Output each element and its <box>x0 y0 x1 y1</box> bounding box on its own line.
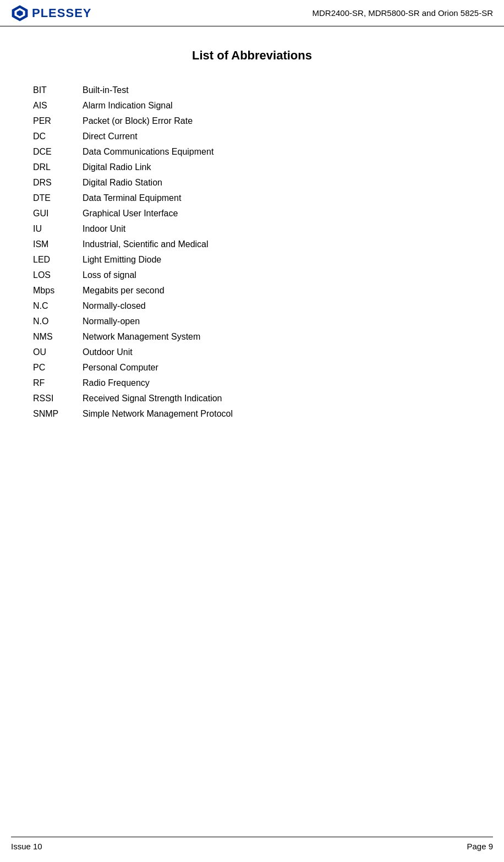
abbrev-row: OUOutdoor Unit <box>33 345 471 360</box>
abbrev-code: N.C <box>33 301 83 311</box>
abbrev-code: DTE <box>33 193 83 203</box>
abbrev-row: DTEData Terminal Equipment <box>33 190 471 206</box>
abbrev-code: DRS <box>33 178 83 188</box>
abbrev-row: RSSIReceived Signal Strength Indication <box>33 391 471 406</box>
abbrev-definition: Personal Computer <box>83 363 158 373</box>
abbrev-definition: Received Signal Strength Indication <box>83 394 222 403</box>
abbrev-row: N.CNormally-closed <box>33 298 471 314</box>
abbrev-row: SNMPSimple Network Management Protocol <box>33 406 471 422</box>
abbrev-definition: Data Terminal Equipment <box>83 193 181 203</box>
abbrev-definition: Graphical User Interface <box>83 209 178 219</box>
abbrev-code: RSSI <box>33 394 83 403</box>
abbrev-code: NMS <box>33 332 83 342</box>
abbreviations-list: BITBuilt-in-TestAISAlarm Indication Sign… <box>33 83 471 422</box>
abbrev-row: N.ONormally-open <box>33 314 471 329</box>
abbrev-definition: Radio Frequency <box>83 378 150 388</box>
abbrev-code: OU <box>33 347 83 357</box>
abbrev-row: IUIndoor Unit <box>33 221 471 237</box>
abbrev-definition: Digital Radio Link <box>83 162 151 172</box>
abbrev-definition: Packet (or Block) Error Rate <box>83 116 193 126</box>
abbrev-row: MbpsMegabits per second <box>33 283 471 298</box>
abbrev-code: Mbps <box>33 286 83 296</box>
abbrev-code: DC <box>33 132 83 141</box>
abbrev-code: BIT <box>33 85 83 95</box>
abbrev-row: ISMIndustrial, Scientific and Medical <box>33 237 471 252</box>
logo-container: PLESSEY <box>11 4 91 22</box>
abbrev-row: LOSLoss of signal <box>33 268 471 283</box>
abbrev-definition: Indoor Unit <box>83 224 125 234</box>
abbrev-row: PCPersonal Computer <box>33 360 471 375</box>
abbrev-definition: Network Management System <box>83 332 200 342</box>
abbrev-code: ISM <box>33 239 83 249</box>
abbrev-row: LEDLight Emitting Diode <box>33 252 471 268</box>
abbrev-row: PERPacket (or Block) Error Rate <box>33 113 471 129</box>
abbrev-definition: Digital Radio Station <box>83 178 162 188</box>
abbrev-definition: Simple Network Management Protocol <box>83 409 233 419</box>
abbrev-row: DCDirect Current <box>33 129 471 144</box>
footer-page: Page 9 <box>467 842 493 851</box>
page-footer: Issue 10 Page 9 <box>11 837 493 851</box>
abbrev-code: PER <box>33 116 83 126</box>
plessey-logo-icon <box>11 4 29 22</box>
abbrev-code: LOS <box>33 270 83 280</box>
abbrev-code: RF <box>33 378 83 388</box>
page-title: List of Abbreviations <box>33 48 471 63</box>
logo-text: PLESSEY <box>32 6 91 20</box>
footer-issue: Issue 10 <box>11 842 42 851</box>
abbrev-code: PC <box>33 363 83 373</box>
abbrev-row: AISAlarm Indication Signal <box>33 98 471 113</box>
abbrev-definition: Alarm Indication Signal <box>83 101 173 111</box>
abbrev-code: AIS <box>33 101 83 111</box>
abbrev-row: BITBuilt-in-Test <box>33 83 471 98</box>
abbrev-definition: Industrial, Scientific and Medical <box>83 239 209 249</box>
abbrev-code: DCE <box>33 147 83 157</box>
abbrev-definition: Loss of signal <box>83 270 136 280</box>
header-title: MDR2400-SR, MDR5800-SR and Orion 5825-SR <box>313 8 493 18</box>
abbrev-row: GUIGraphical User Interface <box>33 206 471 221</box>
abbrev-code: SNMP <box>33 409 83 419</box>
abbrev-row: DRLDigital Radio Link <box>33 160 471 175</box>
abbrev-definition: Normally-open <box>83 317 140 326</box>
abbrev-definition: Megabits per second <box>83 286 165 296</box>
abbrev-code: IU <box>33 224 83 234</box>
abbrev-code: GUI <box>33 209 83 219</box>
abbrev-definition: Data Communications Equipment <box>83 147 213 157</box>
abbrev-row: DCEData Communications Equipment <box>33 144 471 160</box>
abbrev-definition: Direct Current <box>83 132 138 141</box>
main-content: List of Abbreviations BITBuilt-in-TestAI… <box>0 26 504 466</box>
abbrev-row: RFRadio Frequency <box>33 375 471 391</box>
abbrev-definition: Outdoor Unit <box>83 347 133 357</box>
abbrev-row: DRSDigital Radio Station <box>33 175 471 190</box>
abbrev-definition: Built-in-Test <box>83 85 129 95</box>
abbrev-definition: Normally-closed <box>83 301 146 311</box>
abbrev-row: NMSNetwork Management System <box>33 329 471 345</box>
abbrev-code: LED <box>33 255 83 265</box>
abbrev-definition: Light Emitting Diode <box>83 255 161 265</box>
page-header: PLESSEY MDR2400-SR, MDR5800-SR and Orion… <box>0 0 504 26</box>
abbrev-code: N.O <box>33 317 83 326</box>
abbrev-code: DRL <box>33 162 83 172</box>
